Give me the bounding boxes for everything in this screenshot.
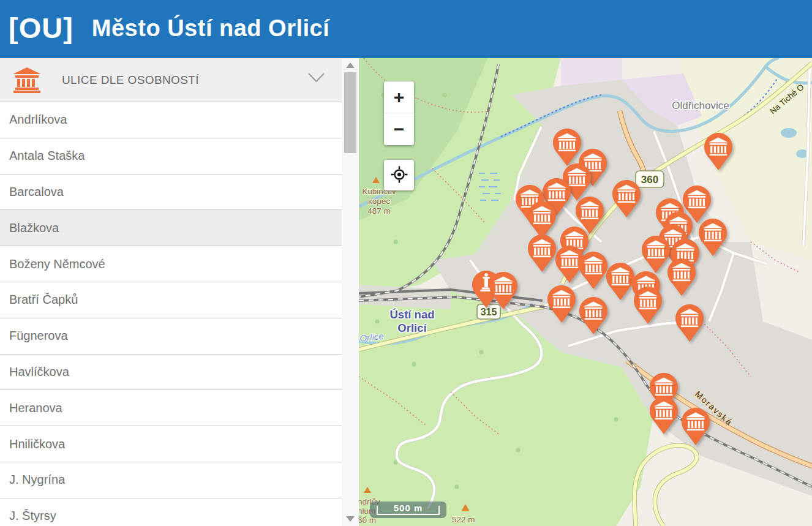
zoom-out-button[interactable]: − <box>384 113 414 145</box>
street-list-item[interactable]: J. Štyrsy <box>0 498 342 526</box>
category-header[interactable]: ULICE DLE OSOBNOSTÍ <box>0 58 342 102</box>
label-town: Oldřichovice <box>672 100 729 111</box>
street-list-item[interactable]: Bratří Čapků <box>0 282 342 318</box>
map-pin-museum[interactable] <box>547 285 576 323</box>
category-title: ULICE DLE OSOBNOSTÍ <box>62 73 199 87</box>
scroll-thumb[interactable] <box>344 72 356 153</box>
map-pin-museum[interactable] <box>606 263 634 301</box>
map-zoom-control: + − <box>384 81 414 145</box>
street-list-item[interactable]: Havlíčkova <box>0 355 342 391</box>
street-list-item[interactable]: J. Nygrína <box>0 462 342 498</box>
svg-text:360: 360 <box>641 174 658 186</box>
svg-text:Orlicí: Orlicí <box>397 321 427 334</box>
street-list-item[interactable]: Fügnerova <box>0 318 342 355</box>
map-scale-bar: 500 m <box>370 502 446 518</box>
museum-icon <box>13 67 41 93</box>
chevron-down-icon[interactable] <box>308 73 325 85</box>
map-pin-museum[interactable] <box>682 408 710 446</box>
app-window: [OU] Město Ústí nad Orlicí ULICE DLE OSO… <box>0 0 812 526</box>
scroll-up-arrow[interactable] <box>346 62 355 68</box>
map-pin-museum[interactable] <box>489 272 517 310</box>
map-pin-museum[interactable] <box>579 252 607 290</box>
svg-text:487 m: 487 m <box>367 206 391 216</box>
map-pin-museum[interactable] <box>675 304 704 342</box>
map-pin-museum[interactable] <box>579 297 607 335</box>
map-canvas[interactable]: Oldřichovice Na Tiché O 360 315 Kubincův… <box>359 58 812 526</box>
svg-text:Ústí nad: Ústí nad <box>390 308 435 321</box>
street-list-item[interactable]: Boženy Němcové <box>0 246 342 282</box>
map-pin-museum[interactable] <box>634 287 662 325</box>
page-title: Město Ústí nad Orlicí <box>92 15 329 42</box>
map-pin-museum[interactable] <box>528 235 556 272</box>
locate-button[interactable] <box>384 160 414 190</box>
map-pin-museum[interactable] <box>612 180 641 218</box>
map-pin-museum[interactable] <box>704 133 732 171</box>
street-list-item[interactable]: Blažkova <box>0 210 342 246</box>
app-header: [OU] Město Ústí nad Orlicí <box>0 0 812 58</box>
sidebar-scrollbar[interactable] <box>342 58 359 526</box>
map-pin-museum[interactable] <box>642 236 670 274</box>
scroll-down-arrow[interactable] <box>346 516 355 522</box>
scale-label: 500 m <box>370 503 446 513</box>
zoom-in-button[interactable]: + <box>384 81 414 113</box>
map-pin-museum[interactable] <box>667 258 696 296</box>
street-list-item[interactable]: Andrlíkova <box>0 102 342 138</box>
app-logo[interactable]: [OU] <box>9 11 73 45</box>
svg-text:kopec: kopec <box>368 197 390 206</box>
sidebar: ULICE DLE OSOBNOSTÍ AndrlíkovaAntala Sta… <box>0 58 342 526</box>
street-list-item[interactable]: Barcalova <box>0 175 342 211</box>
map[interactable]: Oldřichovice Na Tiché O 360 315 Kubincův… <box>359 58 812 526</box>
street-list-item[interactable]: Hniličkova <box>0 426 342 462</box>
street-list-item[interactable]: Heranova <box>0 390 342 426</box>
map-pin-museum[interactable] <box>528 201 556 239</box>
map-pin-museum[interactable] <box>699 219 727 257</box>
map-pin-museum[interactable] <box>650 397 678 435</box>
map-pin-museum[interactable] <box>553 129 581 167</box>
locate-crosshair-icon <box>391 166 408 185</box>
label-peak-522: 522 m <box>452 515 475 524</box>
street-list-item[interactable]: Antala Staška <box>0 138 342 175</box>
street-list: AndrlíkovaAntala StaškaBarcalovaBlažkova… <box>0 102 342 526</box>
